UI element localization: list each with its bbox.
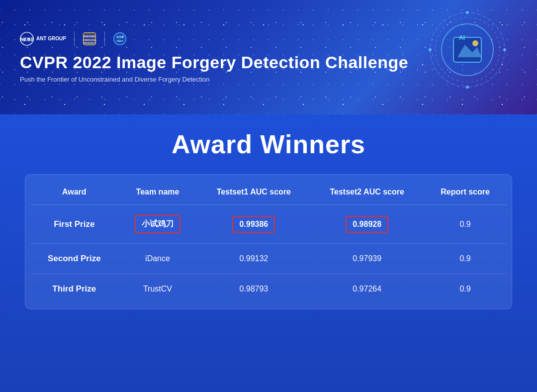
ai-graphic: AI	[428, 10, 507, 90]
svg-text:UNIVERSITY: UNIVERSITY	[83, 41, 96, 44]
svg-text:TECHNOLOGICAL: TECHNOLOGICAL	[83, 38, 96, 41]
table-row: Third Prize TrustCV 0.98793 0.97264 0.9	[30, 274, 507, 304]
header-banner: 蚂蚁集团 ANT GROUP NANYANG TECHNOLOGICAL UNI…	[0, 0, 537, 114]
ntu-logo: NANYANG TECHNOLOGICAL UNIVERSITY	[83, 32, 96, 46]
svg-point-6	[114, 33, 126, 45]
award-label-first: First Prize	[30, 205, 118, 244]
testset2-third: 0.97264	[310, 274, 424, 304]
svg-text:NANYANG: NANYANG	[84, 35, 95, 38]
table-row: First Prize 小试鸡刀 0.99386 0.98928 0.9	[30, 205, 507, 244]
col-team: Team name	[118, 180, 197, 205]
svg-text:蚂蚁集团: 蚂蚁集团	[20, 37, 34, 41]
svg-text:云大所: 云大所	[116, 35, 124, 38]
svg-point-17	[503, 48, 506, 51]
logo-divider-2	[104, 31, 105, 46]
svg-point-14	[472, 40, 478, 46]
svg-point-19	[429, 48, 432, 51]
svg-point-16	[466, 11, 469, 14]
col-award: Award	[30, 180, 118, 205]
team-name-third: TrustCV	[118, 274, 197, 304]
testset1-highlight-first: 0.99386	[232, 216, 275, 233]
testset1-third: 0.98793	[197, 274, 310, 304]
main-content: Award Winners Award Team name Testset1 A…	[0, 114, 537, 392]
award-label-third: Third Prize	[30, 274, 118, 304]
table-row: Second Prize iDance 0.99132 0.97939 0.9	[30, 244, 507, 274]
svg-point-18	[466, 86, 469, 89]
report-second: 0.9	[424, 244, 507, 274]
testset2-first: 0.98928	[310, 205, 424, 244]
team-highlight-first: 小试鸡刀	[135, 215, 180, 233]
results-table: Award Team name Testset1 AUC score Tests…	[30, 180, 507, 304]
testset1-first: 0.99386	[197, 205, 310, 244]
ant-group-logo: 蚂蚁集团 ANT GROUP	[20, 32, 66, 46]
testset2-highlight-first: 0.98928	[346, 216, 388, 233]
svg-text:AI: AI	[459, 34, 465, 41]
team-name-first: 小试鸡刀	[118, 205, 197, 244]
table-wrapper: Award Team name Testset1 AUC score Tests…	[25, 174, 512, 309]
report-third: 0.9	[424, 274, 507, 304]
col-testset2: Testset2 AUC score	[310, 180, 424, 205]
table-header-row: Award Team name Testset1 AUC score Tests…	[30, 180, 507, 205]
award-label-second: Second Prize	[30, 244, 118, 274]
svg-text:CAICT: CAICT	[116, 40, 123, 42]
testset1-second: 0.99132	[197, 244, 310, 274]
caict-logo: 云大所 CAICT	[113, 32, 127, 46]
team-name-second: iDance	[118, 244, 197, 274]
award-winners-title: Award Winners	[172, 129, 365, 159]
col-report: Report score	[424, 180, 507, 205]
testset2-second: 0.97939	[310, 244, 424, 274]
report-first: 0.9	[424, 205, 507, 244]
col-testset1: Testset1 AUC score	[197, 180, 310, 205]
logo-divider-1	[74, 31, 75, 46]
